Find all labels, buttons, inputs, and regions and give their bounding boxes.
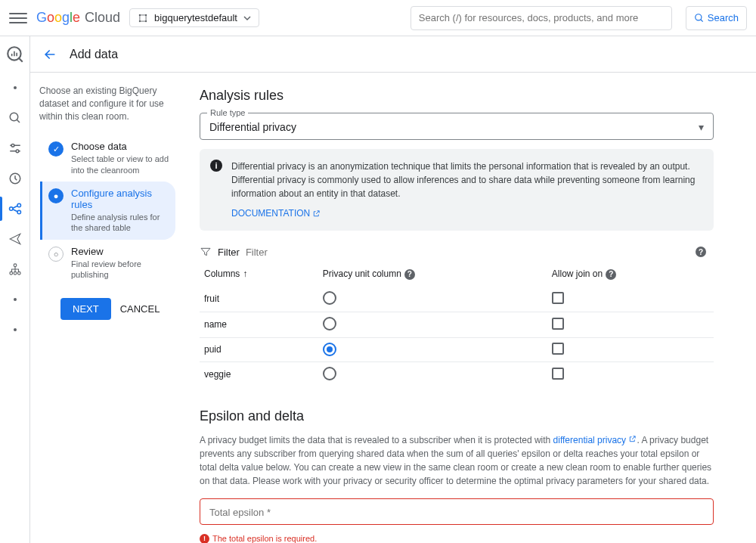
svg-point-16 <box>17 272 20 275</box>
rail-dot[interactable] <box>6 79 24 97</box>
total-epsilon-field[interactable] <box>200 498 714 525</box>
external-link-icon <box>312 209 321 218</box>
error-icon: ! <box>200 534 209 544</box>
rail-analytics-hub-icon[interactable] <box>6 200 24 218</box>
intro-text: Choose an existing BigQuery dataset and … <box>39 85 175 123</box>
analysis-rules-heading: Analysis rules <box>200 88 714 104</box>
join-checkbox-name[interactable] <box>552 318 564 330</box>
pending-step-icon: ○ <box>48 247 64 262</box>
rail-search-icon[interactable] <box>6 109 24 127</box>
rail-dot2[interactable] <box>6 290 24 309</box>
search-icon <box>694 13 705 23</box>
svg-point-10 <box>9 207 13 211</box>
svg-point-7 <box>11 144 14 147</box>
info-icon: i <box>210 160 222 172</box>
privacy-radio-puid[interactable] <box>323 343 336 356</box>
step-review[interactable]: ○ Review Final review before publishing <box>40 240 175 287</box>
privacy-radio-name[interactable] <box>323 317 336 330</box>
step-choose-data[interactable]: ✓ Choose data Select table or view to ad… <box>40 135 175 182</box>
table-row: veggie <box>200 361 714 387</box>
chevron-down-icon <box>243 14 251 22</box>
svg-point-11 <box>17 203 21 207</box>
join-checkbox-puid[interactable] <box>552 343 564 355</box>
step-configure-rules[interactable]: ● Configure analysis rules Define analys… <box>40 182 175 240</box>
svg-point-12 <box>17 210 21 214</box>
rule-type-select[interactable]: Rule type Differential privacy ▾ <box>200 113 714 140</box>
cancel-button[interactable]: CANCEL <box>120 298 160 320</box>
search-box[interactable] <box>411 6 672 30</box>
table-row: fruit <box>200 286 714 312</box>
next-button[interactable]: NEXT <box>60 298 111 320</box>
rail-sliders-icon[interactable] <box>6 139 24 157</box>
svg-point-6 <box>10 113 18 121</box>
col-header-privacy: Privacy unit column? <box>318 262 547 286</box>
page-title: Add data <box>70 48 118 61</box>
chevron-down-icon: ▾ <box>699 121 704 133</box>
help-icon[interactable]: ? <box>696 247 706 257</box>
rail-send-icon[interactable] <box>6 230 24 248</box>
svg-point-8 <box>16 150 19 153</box>
rail-tree-icon[interactable] <box>6 260 24 278</box>
documentation-link[interactable]: DOCUMENTATION <box>231 206 321 220</box>
svg-point-4 <box>696 14 702 20</box>
current-step-icon: ● <box>48 188 64 203</box>
differential-privacy-link[interactable]: differential privacy <box>553 435 637 445</box>
rail-dot3[interactable] <box>6 321 24 339</box>
nav-menu-button[interactable] <box>9 9 27 27</box>
filter-input[interactable] <box>246 247 714 258</box>
join-checkbox-veggie[interactable] <box>552 368 564 380</box>
help-icon[interactable]: ? <box>606 269 616 280</box>
project-icon <box>138 13 148 23</box>
help-icon[interactable]: ? <box>404 269 415 280</box>
total-epsilon-input[interactable] <box>209 507 704 518</box>
rail-bigquery-icon[interactable] <box>3 42 27 67</box>
search-input[interactable] <box>411 12 671 23</box>
filter-icon <box>200 246 212 258</box>
col-header-join: Allow join on? <box>547 262 714 286</box>
filter-label: Filter <box>218 247 240 258</box>
table-row: puid <box>200 337 714 361</box>
rail-history-icon[interactable] <box>6 169 24 188</box>
col-header-columns[interactable]: Columns↑ <box>200 262 318 286</box>
svg-point-15 <box>14 272 17 275</box>
project-picker[interactable]: bigquerytestdefault <box>129 8 259 27</box>
join-checkbox-fruit[interactable] <box>552 292 564 304</box>
search-button[interactable]: Search <box>686 6 747 30</box>
info-box: i Differential privacy is an anonymizati… <box>200 149 714 231</box>
epsilon-heading: Epsilon and delta <box>200 408 714 424</box>
total-epsilon-error: ! The total epsilon is required. <box>200 534 714 544</box>
privacy-radio-veggie[interactable] <box>323 367 336 380</box>
project-name: bigquerytestdefault <box>154 12 237 23</box>
back-button[interactable] <box>42 47 57 62</box>
svg-point-14 <box>9 272 12 275</box>
table-row: name <box>200 312 714 337</box>
check-icon: ✓ <box>48 141 64 157</box>
external-link-icon <box>628 435 637 443</box>
epsilon-description: A privacy budget limits the data that is… <box>200 433 714 488</box>
google-cloud-logo[interactable]: Google Cloud <box>36 10 120 26</box>
svg-point-13 <box>14 264 17 267</box>
privacy-radio-fruit[interactable] <box>323 291 336 305</box>
